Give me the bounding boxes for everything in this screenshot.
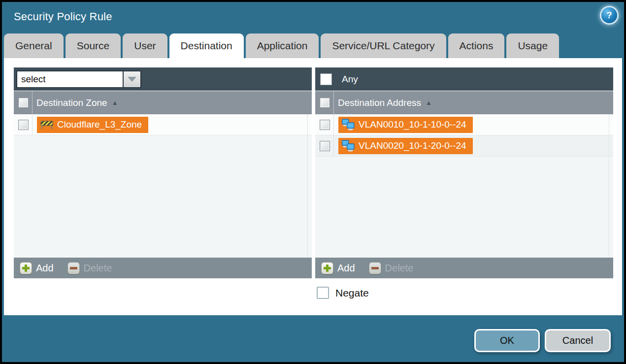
zone-add-label: Add (36, 263, 54, 274)
address-column-header: Destination Address ▲ (315, 91, 613, 114)
tab-destination[interactable]: Destination (169, 33, 244, 58)
address-toolbar: Add Delete (315, 258, 613, 278)
network-address-icon (342, 119, 355, 131)
network-address-icon (342, 140, 355, 152)
dropdown-arrow-icon (128, 77, 136, 82)
destination-address-panel: Any Destination Address ▲ (315, 67, 613, 278)
sort-ascending-icon: ▲ (426, 99, 432, 106)
any-checkbox[interactable] (320, 73, 332, 85)
zone-column-header: Destination Zone ▲ (14, 91, 312, 114)
negate-label: Negate (335, 287, 369, 299)
address-column-title: Destination Address (338, 98, 421, 108)
zone-select-dropdown-button[interactable] (123, 70, 141, 88)
tab-user[interactable]: User (123, 33, 167, 58)
dialog-title: Security Policy Rule (14, 10, 112, 23)
zone-add-button[interactable]: Add (20, 262, 54, 274)
address-row: VLAN0010_10-1-10-0--24 (315, 114, 613, 135)
zone-row-checkbox-cell (14, 114, 33, 135)
address-chip[interactable]: VLAN0010_10-1-10-0--24 (338, 117, 473, 133)
address-select-all-cell (315, 91, 334, 114)
any-row: Any (315, 73, 358, 85)
tab-source[interactable]: Source (66, 33, 121, 58)
address-row: VLAN0020_10-1-20-0--24 (315, 135, 613, 157)
security-policy-rule-dialog: Security Policy Rule ? General Source Us… (0, 0, 626, 364)
zone-list: Cloudflare_L3_Zone (14, 114, 312, 258)
address-row-checkbox[interactable] (320, 141, 330, 151)
zone-row: Cloudflare_L3_Zone (14, 114, 312, 135)
zone-select-combo (16, 70, 141, 88)
tab-usage[interactable]: Usage (506, 33, 559, 58)
cancel-button[interactable]: Cancel (545, 329, 611, 352)
negate-checkbox[interactable] (317, 287, 329, 299)
tab-application[interactable]: Application (246, 33, 319, 58)
zone-row-checkbox[interactable] (18, 120, 29, 130)
address-list: VLAN0010_10-1-10-0--24 (315, 114, 613, 258)
zone-delete-button[interactable]: Delete (67, 262, 112, 274)
address-column-header-label[interactable]: Destination Address ▲ (338, 98, 432, 108)
zone-column-header-label[interactable]: Destination Zone ▲ (36, 98, 118, 108)
address-chip-label: VLAN0020_10-1-20-0--24 (359, 140, 466, 151)
ok-button[interactable]: OK (474, 329, 540, 352)
plus-icon (321, 262, 333, 274)
help-glyph: ? (607, 10, 612, 21)
address-add-label: Add (337, 263, 355, 274)
tab-actions[interactable]: Actions (448, 33, 505, 58)
any-label: Any (342, 74, 358, 85)
address-chip[interactable]: VLAN0020_10-1-20-0--24 (338, 138, 473, 154)
sort-ascending-icon: ▲ (112, 99, 118, 106)
zone-chip-label: Cloudflare_L3_Zone (57, 119, 142, 130)
tab-service-url-category[interactable]: Service/URL Category (321, 33, 446, 58)
zone-select-input[interactable] (16, 70, 123, 88)
zone-chip[interactable]: Cloudflare_L3_Zone (37, 117, 148, 133)
address-delete-button[interactable]: Delete (369, 262, 414, 274)
negate-row: Negate (317, 287, 369, 299)
minus-icon (369, 262, 381, 274)
zone-select-all-checkbox[interactable] (18, 98, 29, 108)
address-row-checkbox-cell (315, 114, 334, 135)
zone-barricade-icon (40, 119, 53, 130)
plus-icon (20, 262, 32, 274)
address-chip-label: VLAN0010_10-1-10-0--24 (359, 119, 466, 130)
tab-bar: General Source User Destination Applicat… (4, 33, 559, 58)
zone-column-title: Destination Zone (36, 98, 107, 108)
help-icon[interactable]: ? (601, 7, 617, 23)
zone-panel-header-bar (14, 67, 312, 91)
zone-delete-label: Delete (84, 263, 112, 274)
address-add-button[interactable]: Add (321, 262, 355, 274)
zone-toolbar: Add Delete (14, 258, 312, 278)
destination-tab-content: Destination Zone ▲ (4, 58, 622, 315)
address-row-checkbox-cell (315, 135, 334, 156)
minus-icon (67, 262, 80, 274)
address-row-checkbox[interactable] (320, 120, 330, 130)
zone-select-all-cell (14, 91, 33, 114)
address-select-all-checkbox[interactable] (320, 98, 330, 108)
address-panel-header-bar: Any (315, 67, 613, 91)
tab-general[interactable]: General (4, 33, 64, 58)
address-delete-label: Delete (385, 263, 414, 274)
destination-zone-panel: Destination Zone ▲ (14, 67, 312, 278)
